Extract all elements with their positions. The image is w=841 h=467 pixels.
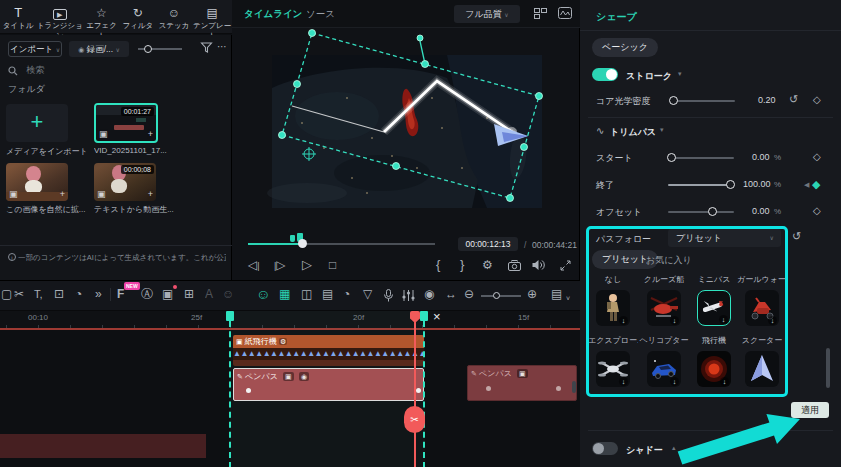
- reset-icon[interactable]: ↺: [792, 231, 801, 242]
- tab-title[interactable]: T タイトル: [0, 0, 36, 33]
- scopes-icon[interactable]: [558, 7, 572, 19]
- source-filter-dropdown[interactable]: ◉ 録画/... ∨: [69, 41, 129, 57]
- quality-dropdown[interactable]: フル品質 ∨: [454, 5, 520, 23]
- timeline-zoom-slider[interactable]: [481, 295, 521, 297]
- preset-thumb-radar[interactable]: ↓: [697, 351, 731, 387]
- shadow-toggle[interactable]: [592, 442, 618, 455]
- split-scissors-icon[interactable]: ✂: [14, 285, 24, 303]
- prev-frame-button[interactable]: ◁|: [248, 259, 260, 271]
- add-to-timeline-icon[interactable]: +: [148, 129, 153, 139]
- render-settings-icon[interactable]: ⚙: [482, 259, 493, 271]
- preset-label-none[interactable]: なし: [588, 274, 638, 285]
- offset-value[interactable]: 0.00: [752, 206, 770, 216]
- close-range-icon[interactable]: ×: [433, 309, 441, 324]
- apply-button[interactable]: 適用: [791, 402, 829, 418]
- mask-shield-icon[interactable]: ▽: [363, 285, 372, 303]
- keyframe-dot[interactable]: [556, 386, 561, 391]
- export-clip-icon[interactable]: ⊞: [184, 285, 194, 303]
- zoom-slider-knob[interactable]: [493, 292, 500, 299]
- tab-source[interactable]: ソース: [306, 8, 335, 21]
- screen-record-icon[interactable]: ◉: [424, 285, 434, 303]
- clip-paper-plane[interactable]: ▣ 紙飛行機 ⚙ ▲▲▲▲▲▲▲▲▲▲▲▲▲▲▲▲▲▲▲▲▲▲▲▲▲▲▲▲▲▲▲…: [233, 335, 424, 366]
- inspector-title[interactable]: シェープ: [596, 10, 637, 24]
- clip-pen-path-2[interactable]: ✎ ペンパス ▣: [467, 365, 577, 401]
- preset-label-cruise[interactable]: クルーズ船: [639, 274, 689, 285]
- beat-face-icon[interactable]: ☺: [256, 285, 270, 303]
- preset-label-explorer[interactable]: エクスプロー...: [588, 335, 638, 346]
- preset-thumb-paper-plane[interactable]: [745, 351, 779, 387]
- text-tool-icon[interactable]: T,: [34, 285, 43, 303]
- keyframe-diamond-icon[interactable]: ◇: [813, 152, 821, 162]
- preview-viewport[interactable]: [232, 28, 580, 232]
- track-height-icon[interactable]: ▤: [551, 285, 562, 303]
- thumbnail-size-slider[interactable]: [138, 48, 182, 50]
- zoom-out-icon[interactable]: ⊖: [464, 285, 474, 303]
- in-marker[interactable]: [290, 235, 295, 242]
- preset-label-helicopter[interactable]: ヘリコプター: [639, 335, 689, 346]
- add-to-timeline-icon[interactable]: +: [148, 189, 153, 199]
- keyframe-diamond-icon[interactable]: ◇: [813, 206, 821, 216]
- prev-keyframe-arrow-icon[interactable]: ◀: [804, 181, 809, 189]
- start-value[interactable]: 0.00: [752, 152, 770, 162]
- import-dropdown[interactable]: インポート ∨: [8, 41, 62, 57]
- volume-icon[interactable]: [532, 259, 546, 271]
- more-menu-icon[interactable]: ⋯: [217, 42, 228, 52]
- tab-effect[interactable]: ☆ エフェクト: [83, 0, 119, 33]
- audio-mixer-icon[interactable]: [402, 289, 415, 302]
- stop-button[interactable]: □: [329, 259, 336, 271]
- end-value[interactable]: 100.00: [743, 179, 771, 189]
- inspector-scrollbar[interactable]: [826, 348, 830, 388]
- speed-clock-icon[interactable]: ◔: [75, 285, 82, 303]
- slider-knob[interactable]: [669, 96, 678, 105]
- add-to-timeline-icon[interactable]: +: [60, 189, 65, 199]
- mic-record-icon[interactable]: [384, 289, 393, 302]
- keyframe-dot[interactable]: [416, 388, 421, 393]
- preset-thumb-drone[interactable]: ↓: [596, 351, 630, 387]
- clip-audio-strip[interactable]: [0, 434, 206, 458]
- core-density-slider[interactable]: [670, 100, 735, 102]
- tab-transition[interactable]: ▶ トランジション: [36, 0, 83, 33]
- timeline-scrollbar[interactable]: [572, 381, 576, 393]
- collapse-arrow-icon[interactable]: ▾: [660, 126, 664, 134]
- tab-filter[interactable]: ↻ フィルター: [120, 0, 156, 33]
- playhead-line[interactable]: [414, 311, 416, 467]
- clip-pen-path-selected[interactable]: ✎ ペンパス ▣ ◉: [233, 368, 424, 401]
- preset-thumb-explorer[interactable]: ↓: [596, 290, 630, 326]
- select-tool-icon[interactable]: ▢: [1, 285, 12, 303]
- mark-in-icon[interactable]: {: [436, 258, 440, 271]
- basic-tab-chip[interactable]: ベーシック: [592, 38, 658, 57]
- funnel-icon[interactable]: [200, 41, 213, 54]
- play-button[interactable]: ▷: [302, 258, 312, 271]
- snapshot-tool-icon[interactable]: ▣: [162, 285, 173, 303]
- keyframe-dot[interactable]: [486, 386, 491, 391]
- media-item-image[interactable]: ▣ +: [6, 163, 68, 201]
- keyframe-diamond-icon[interactable]: ◇: [813, 95, 821, 105]
- preview-progress-bar[interactable]: [248, 243, 435, 245]
- split-playhead-badge[interactable]: ✂: [404, 406, 425, 433]
- keyframe-diamond-active-icon[interactable]: ◆: [812, 178, 820, 191]
- range-end-line[interactable]: [423, 311, 425, 467]
- preset-thumb-airplane-selected[interactable]: ↓: [697, 290, 731, 326]
- keyframe-icon[interactable]: »: [95, 285, 102, 303]
- collapse-arrow-icon[interactable]: ▴: [672, 444, 676, 452]
- slider-knob[interactable]: [667, 153, 676, 162]
- import-media-tile[interactable]: +: [6, 104, 68, 142]
- tab-timeline[interactable]: タイムライン: [244, 8, 302, 21]
- progress-knob[interactable]: [298, 239, 307, 248]
- keyframe-dot[interactable]: [246, 388, 251, 393]
- preset-label-girlwalk[interactable]: ガールウォーク: [737, 274, 787, 285]
- preset-thumb-helicopter[interactable]: ↓: [647, 290, 681, 326]
- crop-icon[interactable]: ⊡: [54, 285, 64, 303]
- preset-dropdown[interactable]: プリセット ∨: [668, 229, 781, 247]
- mark-out-icon[interactable]: }: [460, 258, 464, 271]
- tab-template[interactable]: ▤ テンプレート: [192, 0, 232, 33]
- collapse-arrow-icon[interactable]: ▾: [678, 70, 682, 78]
- offset-slider[interactable]: [668, 211, 734, 213]
- start-slider[interactable]: [668, 157, 734, 159]
- audio-tool-icon[interactable]: Ⓐ: [141, 285, 153, 303]
- next-frame-button[interactable]: |▷: [274, 259, 286, 271]
- search-field[interactable]: 検索: [8, 61, 224, 77]
- stroke-toggle[interactable]: [592, 68, 618, 81]
- tab-sticker[interactable]: ☺ ステッカー: [156, 0, 192, 33]
- preset-thumb-scooter[interactable]: ↓: [745, 290, 779, 326]
